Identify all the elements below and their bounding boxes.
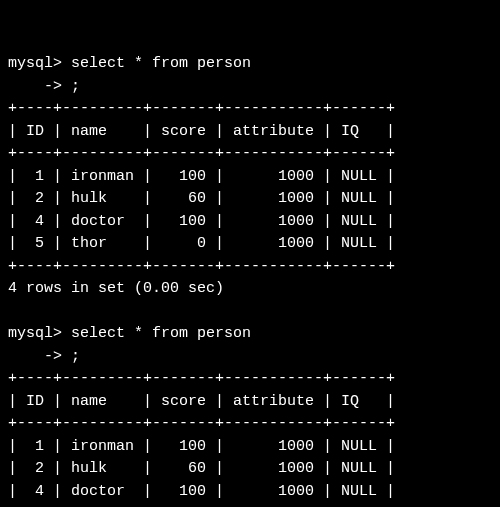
table-row: | 2 | hulk | 60 | 1000 | NULL |	[8, 460, 395, 477]
table-border-1-top: +----+---------+-------+-----------+----…	[8, 100, 395, 117]
mysql-continuation-1: -> ;	[8, 78, 80, 95]
table-row: | 1 | ironman | 100 | 1000 | NULL |	[8, 438, 395, 455]
mysql-continuation-2: -> ;	[8, 348, 80, 365]
table-header-1: | ID | name | score | attribute | IQ |	[8, 123, 395, 140]
terminal-output: mysql> select * from person -> ; +----+-…	[8, 53, 492, 507]
table-row: | 1 | ironman | 100 | 1000 | NULL |	[8, 168, 395, 185]
table-border-2-top: +----+---------+-------+-----------+----…	[8, 370, 395, 387]
table-border-1-mid: +----+---------+-------+-----------+----…	[8, 145, 395, 162]
table-row: | 2 | hulk | 60 | 1000 | NULL |	[8, 190, 395, 207]
table-border-1-bottom: +----+---------+-------+-----------+----…	[8, 258, 395, 275]
table-row: | 5 | thor | 0 | 1000 | NULL |	[8, 235, 395, 252]
mysql-prompt-2: mysql> select * from person	[8, 325, 251, 342]
table-row: | 4 | doctor | 100 | 1000 | NULL |	[8, 213, 395, 230]
result-status-1: 4 rows in set (0.00 sec)	[8, 280, 224, 297]
table-border-2-mid: +----+---------+-------+-----------+----…	[8, 415, 395, 432]
table-row: | 4 | doctor | 100 | 1000 | NULL |	[8, 483, 395, 500]
mysql-prompt-1: mysql> select * from person	[8, 55, 251, 72]
table-header-2: | ID | name | score | attribute | IQ |	[8, 393, 395, 410]
